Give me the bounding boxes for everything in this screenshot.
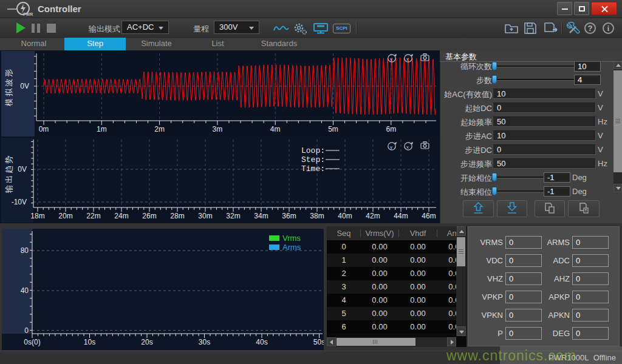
legend-label: Vrms [282,234,301,243]
close-button[interactable] [591,2,617,15]
param-label: 步数 [476,75,492,86]
measurement-value: 0 [572,254,609,267]
measurement-trend-chart[interactable]: 804000s(0)10s20s30s40s50sVrmsArms [2,229,324,350]
waveform-icon[interactable] [273,24,289,33]
output-mode-select[interactable]: AC+DC [121,21,169,34]
annotation-label: Time: [301,164,325,174]
param-slider-handle[interactable] [492,173,497,181]
tab-simulate[interactable]: Simulate [126,38,187,50]
param-value[interactable]: -1 [544,186,570,197]
param-label: 起始频率 [460,117,492,128]
info-button[interactable]: i [603,22,614,34]
param-input[interactable]: 0 [493,144,596,155]
param-input[interactable]: 0 [493,103,596,113]
scroll-up-button[interactable] [457,226,466,236]
export-step-button[interactable] [568,200,600,217]
measurement-label: APKP [533,292,570,302]
chart-ylabel: 模拟波形 [4,67,13,107]
param-input[interactable]: 10 [493,130,596,141]
legend-label: Arms [282,243,301,252]
table-row[interactable]: 30.000.000.00 [327,280,456,294]
copy-step-button[interactable] [535,200,565,217]
scroll-right-button[interactable] [447,337,456,346]
tab-standards[interactable]: Standards [248,38,310,50]
params-scrollbar[interactable] [613,61,622,192]
x-tick-label: 6m [386,125,396,133]
param-slider-handle[interactable] [492,75,497,84]
param-slider-track[interactable] [494,190,546,192]
help-button[interactable]: ? [584,22,596,34]
param-label: 步进频率 [460,159,492,170]
x-tick-label: 0m [39,125,49,133]
save-icon[interactable] [524,22,536,34]
x-tick-label: 2m [154,125,165,133]
x-tick-label: 24m [114,212,128,220]
param-value[interactable]: 4 [574,75,601,85]
param-value[interactable]: 10 [574,61,601,72]
table-cell: 0.00 [399,242,437,251]
scroll-down-button[interactable] [613,184,622,192]
scroll-up-button[interactable] [613,61,622,69]
x-tick-label: 5m [328,125,338,133]
scrollbar-thumb[interactable] [613,70,622,172]
measurement-label: ARMS [533,238,570,247]
x-tick-label: 44m [394,212,408,220]
table-row[interactable]: 40.000.000.00 [327,294,456,307]
scrollbar-thumb[interactable] [337,338,415,346]
maximize-button[interactable] [574,2,589,15]
scpi-button[interactable]: SCPI [333,24,350,33]
column-header[interactable]: Vhdf [399,229,437,238]
open-file-icon[interactable] [505,22,518,34]
pause-button[interactable] [32,24,35,33]
tab-list[interactable]: List [187,38,248,50]
measurement-value: 0 [572,272,609,285]
tab-bar: Normal Step Simulate List Standards [0,38,622,50]
param-input[interactable]: 10 [493,89,596,99]
tab-normal[interactable]: Normal [3,38,64,50]
tab-step[interactable]: Step [64,38,126,50]
output-trend-chart[interactable]: 0V-10V18m20m22m24m26m28m30m32m34m36m38m4… [0,137,440,223]
scroll-left-button[interactable] [327,337,336,346]
monitor-icon[interactable] [313,23,329,34]
tools-icon[interactable] [566,22,581,35]
param-label: 循环次数 [460,61,492,72]
param-slider-handle[interactable] [492,62,497,70]
move-down-button[interactable] [497,200,527,217]
analog-waveform-chart[interactable]: 0V0m1m2m3m4m5m6m模拟波形yx [0,50,440,137]
param-input[interactable]: 50 [493,116,596,127]
param-input[interactable]: 50 [493,158,596,169]
table-row[interactable]: 50.000.000.00 [327,307,456,320]
x-tick-label: 32m [226,212,240,220]
param-unit: V [598,131,603,140]
minimize-button[interactable] [557,2,572,15]
x-tick-label: 26m [142,212,156,220]
table-cell: 0.00 [399,255,437,265]
minimize-icon [562,8,568,10]
table-row[interactable]: 60.000.000.00 [327,320,456,334]
table-cell: 2 [327,269,361,278]
move-up-button[interactable] [463,200,494,217]
table-row[interactable]: 00.000.000.00 [327,240,456,254]
column-header[interactable]: Seq [327,229,361,238]
param-slider-handle[interactable] [492,187,497,195]
table-row[interactable]: 20.000.000.00 [327,267,456,280]
svg-text:y: y [390,56,392,62]
param-slider-track[interactable] [494,177,546,178]
param-value[interactable]: -1 [544,172,570,183]
stop-button[interactable] [47,24,56,33]
x-tick-label: 34m [254,212,268,220]
table-hscrollbar[interactable] [327,337,456,347]
measurement-label: VHZ [466,274,503,283]
table-vscrollbar[interactable] [456,226,466,336]
annotation-label: Step: [301,155,325,164]
column-header[interactable]: Vrms(V) [361,229,398,238]
table-row[interactable]: 10.000.000.00 [327,254,456,267]
x-tick-label: 4m [270,125,281,133]
gear-icon[interactable] [293,22,307,35]
measurement-label: VRMS [466,238,503,247]
play-button[interactable] [16,22,26,33]
range-select[interactable]: 300V [214,21,259,34]
scrollbar-thumb[interactable] [457,237,465,266]
save-as-icon[interactable] [544,22,559,34]
scroll-down-button[interactable] [457,326,466,336]
